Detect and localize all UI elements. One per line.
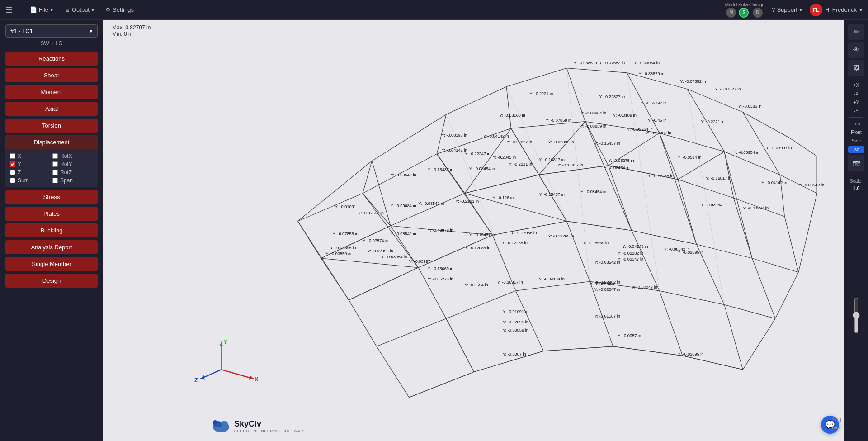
shear-button[interactable]: Shear	[5, 68, 98, 82]
svg-text:Y: -0.07552 in: Y: -0.07552 in	[680, 79, 706, 84]
moment-button[interactable]: Moment	[5, 85, 98, 99]
toolbar-divider-2	[849, 117, 863, 118]
stress-button[interactable]: Stress	[5, 190, 98, 204]
disp-span-option[interactable]: Span	[52, 177, 93, 184]
design-icon[interactable]: D	[753, 8, 763, 18]
torsion-button[interactable]: Torsion	[5, 119, 98, 133]
solve-icon[interactable]: S	[739, 8, 749, 18]
disp-span-checkbox[interactable]	[52, 178, 58, 183]
scale-label: Scale:	[850, 179, 863, 184]
single-member-button[interactable]: Single Member	[5, 257, 98, 271]
disp-sum-checkbox[interactable]	[10, 178, 15, 183]
svg-text:Y: -0.04142 in: Y: -0.04142 in	[442, 148, 467, 152]
min-value: Min: 0 in	[112, 31, 151, 37]
displacement-header[interactable]: Displacement	[5, 135, 98, 149]
axial-button[interactable]: Axial	[5, 102, 98, 116]
svg-text:Y: -0.04142 in: Y: -0.04142 in	[623, 244, 648, 249]
disp-roty-checkbox[interactable]	[52, 161, 58, 167]
svg-text:Y: -0.02247 in: Y: -0.02247 in	[632, 285, 657, 289]
output-menu[interactable]: 🖥 Output ▾	[60, 5, 99, 15]
disp-z-option[interactable]: Z	[10, 169, 51, 175]
scale-slider[interactable]	[852, 297, 861, 333]
file-menu[interactable]: 📄 File ▾	[25, 5, 58, 15]
svg-text:Y: -0.07874 in: Y: -0.07874 in	[363, 238, 388, 243]
disp-rotz-option[interactable]: RotZ	[52, 169, 93, 175]
svg-text:Y: -0.02895 in: Y: -0.02895 in	[678, 352, 704, 356]
svg-text:Y: -0.08454 in: Y: -0.08454 in	[604, 166, 629, 170]
svg-text:Y: -0.16817 in: Y: -0.16817 in	[497, 280, 523, 285]
scale-value: 1.0	[853, 185, 859, 191]
svg-text:Y: -0.12085 in: Y: -0.12085 in	[465, 246, 491, 250]
disp-y-option[interactable]: Y	[10, 161, 51, 167]
disp-sum-option[interactable]: Sum	[10, 177, 51, 184]
svg-text:Y: -0.03997 in: Y: -0.03997 in	[409, 259, 435, 264]
svg-text:Y: -0.05275 in: Y: -0.05275 in	[609, 158, 634, 163]
menu-icon[interactable]: ☰	[5, 5, 13, 15]
user-menu[interactable]: FL Hi Frederick ▾	[810, 4, 863, 16]
eye-button[interactable]: 👁	[848, 42, 864, 58]
disp-rotx-checkbox[interactable]	[52, 153, 58, 159]
svg-text:Y: -0.02895 in: Y: -0.02895 in	[678, 250, 704, 255]
front-view-button[interactable]: Front	[848, 129, 864, 136]
image-button[interactable]: 🖼	[848, 60, 864, 76]
svg-text:Y: -0.0087 in: Y: -0.0087 in	[618, 333, 641, 338]
svg-text:Y: -0.08454 in: Y: -0.08454 in	[469, 166, 495, 171]
svg-text:Y: -0.02895 in: Y: -0.02895 in	[548, 140, 574, 144]
structure-visualization: Y: -0.0385 in Y: -0.07552 in Y: -0.09084…	[103, 20, 868, 441]
svg-text:Y: -0.45 in: Y: -0.45 in	[648, 118, 667, 123]
plates-button[interactable]: Plates	[5, 207, 98, 221]
output-icon: 🖥	[64, 6, 70, 13]
svg-text:Y: -0.03954 in: Y: -0.03954 in	[701, 203, 727, 207]
side-view-button[interactable]: Side	[848, 138, 864, 144]
load-case-selector[interactable]: #1 - LC1 ▾	[5, 24, 98, 38]
svg-text:Y: -0.09084 in: Y: -0.09084 in	[391, 204, 416, 208]
analysis-report-button[interactable]: Analysis Report	[5, 240, 98, 254]
svg-text:Y: -0.43879 in: Y: -0.43879 in	[428, 228, 453, 232]
svg-text:Y: -0.15437 in: Y: -0.15437 in	[594, 141, 620, 146]
plus-y-button[interactable]: +Y	[848, 99, 864, 106]
model-icon[interactable]: M	[726, 8, 736, 18]
disp-x-option[interactable]: X	[10, 153, 51, 159]
svg-text:Y: -0.0385 in: Y: -0.0385 in	[738, 104, 762, 109]
reactions-button[interactable]: Reactions	[5, 52, 98, 66]
skyciv-logo-icon	[212, 418, 231, 434]
svg-text:Y: -0.08454 in: Y: -0.08454 in	[580, 190, 606, 194]
svg-text:Y: -0.16817 in: Y: -0.16817 in	[706, 176, 731, 180]
settings-menu[interactable]: ⚙ Settings	[101, 5, 138, 15]
buckling-button[interactable]: Buckling	[5, 223, 98, 237]
svg-text:Y: -0.03954 in: Y: -0.03954 in	[381, 255, 407, 259]
topbar-nav: 📄 File ▾ 🖥 Output ▾ ⚙ Settings	[25, 5, 138, 15]
support-button[interactable]: ? Support ▾	[772, 6, 802, 13]
svg-text:Y: -0.12265 in: Y: -0.12265 in	[502, 241, 528, 245]
design-button[interactable]: Design	[5, 274, 98, 288]
displacement-options: X RotX Y RotY Z RotZ Sum Span	[5, 149, 98, 187]
right-toolbar: ✏ 👁 🖼 +X -X +Y -Y Top Front Side Iso 📷 S…	[844, 20, 868, 441]
disp-x-checkbox[interactable]	[10, 153, 15, 159]
svg-text:Y: -0.08398 in: Y: -0.08398 in	[442, 133, 467, 138]
disp-y-checkbox[interactable]	[10, 161, 15, 167]
svg-text:Y: -0.12265 in: Y: -0.12265 in	[648, 174, 674, 178]
svg-text:Y: -0.02895 in: Y: -0.02895 in	[330, 246, 356, 250]
disp-rotx-option[interactable]: RotX	[52, 153, 93, 159]
svg-text:Y: -0.01091 in: Y: -0.01091 in	[335, 204, 361, 209]
disp-roty-option[interactable]: RotY	[52, 161, 93, 167]
disp-rotz-checkbox[interactable]	[52, 170, 58, 175]
avatar: FL	[810, 4, 822, 16]
svg-text:Y: -0.15669 in: Y: -0.15669 in	[583, 241, 609, 245]
top-view-button[interactable]: Top	[848, 120, 864, 127]
iso-view-button[interactable]: Iso	[848, 146, 864, 153]
question-icon: ?	[772, 6, 775, 13]
plus-x-button[interactable]: +X	[848, 82, 864, 89]
svg-text:Y: -0.0087 in: Y: -0.0087 in	[503, 352, 526, 356]
disp-z-checkbox[interactable]	[10, 170, 15, 175]
svg-text:Y: -0.00859 in: Y: -0.00859 in	[580, 124, 606, 128]
svg-rect-0	[103, 22, 868, 439]
svg-text:Y: -0.00859 in: Y: -0.00859 in	[503, 328, 528, 332]
file-icon: 📄	[30, 6, 37, 13]
camera-button[interactable]: 📷	[848, 155, 864, 171]
svg-text:Y: -0.07552 in: Y: -0.07552 in	[358, 211, 384, 215]
minus-x-button[interactable]: -X	[848, 90, 864, 97]
pencil-button[interactable]: ✏	[848, 24, 864, 40]
svg-text:Y: -0.04142 in: Y: -0.04142 in	[761, 180, 787, 185]
minus-y-button[interactable]: -Y	[848, 108, 864, 114]
